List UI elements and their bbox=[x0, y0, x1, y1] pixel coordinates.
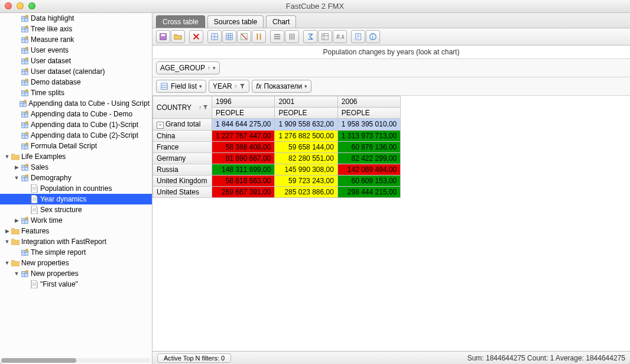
sigma-button[interactable] bbox=[303, 30, 317, 43]
minimize-window-button[interactable] bbox=[17, 2, 24, 9]
country-row-header[interactable]: France bbox=[153, 141, 212, 152]
year-header[interactable]: 2001 bbox=[275, 96, 337, 108]
measures-button[interactable]: fx Показатели ▾ bbox=[252, 80, 311, 93]
people-header[interactable]: PEOPLE bbox=[212, 108, 275, 119]
tree-item[interactable]: ▼Demography bbox=[0, 173, 152, 183]
data-cell[interactable]: 60 609 153,00 bbox=[337, 175, 400, 186]
data-cell[interactable]: 59 723 243,00 bbox=[275, 175, 337, 186]
collapse-icon[interactable]: − bbox=[157, 122, 164, 129]
data-cell[interactable]: 58 388 408,00 bbox=[212, 141, 275, 152]
close-window-button[interactable] bbox=[5, 2, 12, 9]
tree-item[interactable]: ▶Work time bbox=[0, 215, 152, 226]
people-header[interactable]: PEOPLE bbox=[337, 108, 400, 119]
sidebar[interactable]: Data highlightTree like axisMeasure rank… bbox=[0, 13, 152, 364]
format-button[interactable] bbox=[318, 30, 332, 43]
tree-item[interactable]: Appending data to Cube - Demo bbox=[0, 109, 152, 119]
tree-item[interactable]: User dataset bbox=[0, 56, 152, 66]
tree-item[interactable]: Population in countries bbox=[0, 183, 152, 194]
tree-item[interactable]: ▼Integration with FastReport bbox=[0, 236, 152, 247]
grand-total-cell[interactable]: 1 909 558 632,00 bbox=[275, 119, 337, 131]
tree-item[interactable]: User dataset (calendar) bbox=[0, 66, 152, 77]
save-button[interactable] bbox=[156, 30, 170, 43]
grand-total-cell[interactable]: 1 844 644 275,00 bbox=[212, 119, 275, 131]
data-cell[interactable]: 59 658 144,00 bbox=[275, 141, 337, 152]
tab-cross-table[interactable]: Cross table bbox=[156, 15, 205, 28]
data-cell[interactable]: 148 311 699,00 bbox=[212, 164, 275, 175]
grand-total-cell[interactable]: 1 958 395 010,00 bbox=[337, 119, 400, 131]
tree-item[interactable]: ▼New properties bbox=[0, 268, 152, 279]
tree-item[interactable]: Measure rank bbox=[0, 34, 152, 45]
people-header[interactable]: PEOPLE bbox=[275, 108, 337, 119]
year-dimension[interactable]: YEAR ↑ bbox=[209, 80, 249, 93]
data-cell[interactable]: 82 422 299,00 bbox=[337, 152, 400, 164]
data-cell[interactable]: 142 069 494,00 bbox=[337, 164, 400, 175]
country-row-header[interactable]: Russia bbox=[153, 164, 212, 175]
tree-item[interactable]: Data highlight bbox=[0, 13, 152, 24]
tree-item[interactable]: Tree like axis bbox=[0, 24, 152, 34]
export-button[interactable] bbox=[207, 30, 222, 43]
country-row-header[interactable]: United States bbox=[153, 186, 212, 197]
data-cell[interactable]: 58 618 663,00 bbox=[212, 175, 275, 186]
row-sort-button[interactable] bbox=[270, 30, 284, 43]
script-button[interactable] bbox=[351, 30, 365, 43]
topn-status[interactable]: Active Top N filters: 0 bbox=[157, 353, 231, 363]
tree-item[interactable]: The simple report bbox=[0, 247, 152, 258]
tree-item[interactable]: Year dynamics bbox=[0, 194, 152, 204]
scroll-thumb[interactable] bbox=[1, 358, 76, 363]
disclosure-triangle[interactable]: ▼ bbox=[4, 260, 11, 266]
tree-item[interactable]: Formula Detail Script bbox=[0, 141, 152, 151]
tab-sources-table[interactable]: Sources table bbox=[207, 15, 264, 28]
disclosure-triangle[interactable]: ▼ bbox=[13, 271, 20, 277]
hide-rows-button[interactable] bbox=[237, 30, 251, 43]
data-cell[interactable]: 82 280 551,00 bbox=[275, 152, 337, 164]
disclosure-triangle[interactable]: ▶ bbox=[13, 217, 20, 223]
age-group-dimension[interactable]: AGE_GROUP ↑ ▾ bbox=[156, 61, 220, 74]
tree-item[interactable]: ▶Features bbox=[0, 226, 152, 236]
field-list-button[interactable]: Field list ▾ bbox=[156, 80, 206, 93]
tree-item[interactable]: Appending data to Cube - Using Script bbox=[0, 98, 152, 109]
maximize-window-button[interactable] bbox=[28, 2, 35, 9]
disclosure-triangle[interactable]: ▼ bbox=[4, 239, 11, 245]
data-cell[interactable]: 60 876 136,00 bbox=[337, 141, 400, 152]
grid-area[interactable]: COUNTRY↑199620012006PEOPLEPEOPLEPEOPLE−G… bbox=[152, 96, 630, 351]
data-cell[interactable]: 145 990 308,00 bbox=[275, 164, 337, 175]
grand-total-row[interactable]: −Grand total bbox=[153, 119, 212, 131]
year-header[interactable]: 2006 bbox=[337, 96, 400, 108]
tree-item[interactable]: Time splits bbox=[0, 87, 152, 98]
data-cell[interactable]: 1 227 767 447,00 bbox=[212, 130, 275, 141]
data-cell[interactable]: 1 313 973 713,00 bbox=[337, 130, 400, 141]
col-sort-button[interactable] bbox=[285, 30, 299, 43]
country-row-header[interactable]: United Kingdom bbox=[153, 175, 212, 186]
info-button[interactable]: i bbox=[366, 30, 380, 43]
disclosure-triangle[interactable]: ▶ bbox=[4, 228, 11, 234]
data-cell[interactable]: 298 444 215,00 bbox=[337, 186, 400, 197]
grid-button[interactable] bbox=[222, 30, 236, 43]
open-button[interactable] bbox=[171, 30, 185, 43]
disclosure-triangle[interactable]: ▼ bbox=[13, 175, 20, 181]
horizontal-scrollbar[interactable] bbox=[1, 358, 151, 363]
country-row-header[interactable]: China bbox=[153, 130, 212, 141]
disclosure-triangle[interactable]: ▼ bbox=[4, 154, 11, 160]
data-cell[interactable]: 269 667 391,00 bbox=[212, 186, 275, 197]
tree-item[interactable]: ▶Sales bbox=[0, 162, 152, 173]
tree-item[interactable]: ▼New properties bbox=[0, 258, 152, 268]
tree-item[interactable]: Appending data to Cube (2)-Script bbox=[0, 130, 152, 141]
number-format-button[interactable]: #.# bbox=[333, 30, 347, 43]
tree-item[interactable]: "First value" bbox=[0, 279, 152, 290]
tree-item[interactable]: ▼Life Examples bbox=[0, 151, 152, 162]
clear-button[interactable] bbox=[189, 30, 203, 43]
tree-item[interactable]: Demo database bbox=[0, 77, 152, 87]
tree-item[interactable]: Appending data to Cube (1)-Script bbox=[0, 119, 152, 130]
tree-item[interactable]: Sex structure bbox=[0, 204, 152, 215]
data-cell[interactable]: 1 276 882 500,00 bbox=[275, 130, 337, 141]
data-cell[interactable]: 81 890 667,00 bbox=[212, 152, 275, 164]
svg-point-7 bbox=[25, 47, 28, 49]
disclosure-triangle[interactable]: ▶ bbox=[13, 164, 20, 170]
country-header[interactable]: COUNTRY↑ bbox=[153, 96, 212, 119]
year-header[interactable]: 1996 bbox=[212, 96, 275, 108]
tab-chart[interactable]: Chart bbox=[266, 15, 296, 28]
country-row-header[interactable]: Germany bbox=[153, 152, 212, 164]
tree-item[interactable]: User events bbox=[0, 45, 152, 56]
data-cell[interactable]: 285 023 886,00 bbox=[275, 186, 337, 197]
hide-cols-button[interactable] bbox=[252, 30, 266, 43]
